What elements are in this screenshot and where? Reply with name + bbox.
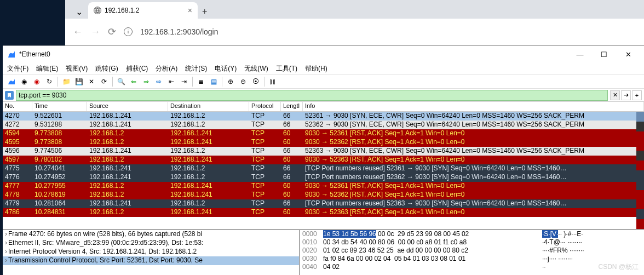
- hex-line[interactable]: 001000 34 db 54 40 00 80 06 00 00 c0 a8 …: [300, 238, 644, 247]
- column-headers[interactable]: No. Time Source Destination Protocol Len…: [3, 102, 644, 112]
- packet-row[interactable]: 478610.284831192.168.1.2192.168.1.241TCP…: [3, 208, 644, 217]
- start-capture-icon[interactable]: ◉: [31, 76, 42, 87]
- packet-row[interactable]: 45949.773808192.168.1.2192.168.1.241TCP6…: [3, 129, 644, 138]
- browser-chrome: ⌄ 192.168.1.2 × + ← → ⟳ i 192.168.1.2:90…: [65, 0, 644, 45]
- menu-item[interactable]: 跳转(G): [95, 64, 118, 73]
- bookmark-filter-icon[interactable]: [5, 91, 14, 100]
- tab-close-icon[interactable]: ×: [188, 6, 192, 15]
- close-file-icon[interactable]: ✕: [86, 76, 97, 87]
- packet-row[interactable]: 45959.773808192.168.1.2192.168.1.241TCP6…: [3, 138, 644, 147]
- colorize-icon[interactable]: ▤: [208, 76, 219, 87]
- col-time[interactable]: Time: [32, 102, 87, 111]
- packet-row[interactable]: 477910.281064192.168.1.241192.168.1.2TCP…: [3, 199, 644, 208]
- resize-columns-icon[interactable]: ⫿⫿: [267, 76, 278, 87]
- menu-item[interactable]: 捕获(C): [126, 64, 148, 73]
- add-filter-button[interactable]: +: [632, 90, 642, 100]
- last-icon[interactable]: ⇥: [179, 76, 189, 87]
- menu-item[interactable]: 编辑(E): [36, 64, 58, 73]
- tree-line[interactable]: ›Transmission Control Protocol, Src Port…: [3, 256, 299, 265]
- menu-item[interactable]: 无线(W): [244, 64, 268, 73]
- zoom-reset-icon[interactable]: ⦿: [250, 76, 261, 87]
- packet-row[interactable]: 42709.522601192.168.1.241192.168.1.2TCP6…: [3, 112, 644, 121]
- title-bar: *Ethernet0 — ☐ ✕: [3, 46, 644, 62]
- forward-icon[interactable]: →: [90, 26, 100, 38]
- back-icon[interactable]: ←: [73, 26, 83, 38]
- packet-row[interactable]: 42729.531288192.168.1.241192.168.1.2TCP6…: [3, 121, 644, 129]
- reload-file-icon[interactable]: ⟳: [99, 76, 110, 87]
- detail-panes: ›Frame 4270: 66 bytes on wire (528 bits)…: [3, 229, 644, 275]
- prev-icon[interactable]: ⇐: [128, 76, 139, 87]
- hex-line[interactable]: 0030fa f0 84 6a 00 00 02 04 05 b4 01 03 …: [300, 255, 644, 263]
- menu-bar: 文件(F)编辑(E)视图(V)跳转(G)捕获(C)分析(A)统计(S)电话(Y)…: [3, 62, 644, 75]
- globe-icon: [94, 7, 101, 14]
- browser-tab[interactable]: 192.168.1.2 ×: [88, 2, 198, 19]
- menu-item[interactable]: 视图(V): [66, 64, 88, 73]
- menu-item[interactable]: 分析(A): [156, 64, 177, 73]
- packet-row[interactable]: 477510.274041192.168.1.241192.168.1.2TCP…: [3, 164, 644, 173]
- autoscroll-icon[interactable]: ≣: [196, 76, 206, 87]
- tab-strip: ⌄ 192.168.1.2 × +: [65, 0, 644, 19]
- col-source[interactable]: Source: [87, 102, 168, 111]
- packet-row[interactable]: 45969.774506192.168.1.241192.168.1.2TCP6…: [3, 147, 644, 156]
- tree-line[interactable]: ›Internet Protocol Version 4, Src: 192.1…: [3, 248, 299, 256]
- display-filter-input[interactable]: [16, 90, 608, 101]
- jump-icon[interactable]: ⇨: [153, 76, 164, 87]
- hex-line[interactable]: 00001e 53 1d 5b 56 96 00 0c 29 d5 23 99 …: [300, 230, 644, 238]
- packet-list[interactable]: No. Time Source Destination Protocol Len…: [3, 102, 644, 229]
- new-tab-button[interactable]: +: [198, 7, 211, 16]
- hex-line[interactable]: 004004 02··: [300, 263, 644, 271]
- col-no[interactable]: No.: [3, 102, 32, 111]
- first-icon[interactable]: ⇤: [166, 76, 177, 87]
- maximize-button[interactable]: ☐: [593, 47, 616, 62]
- tree-line[interactable]: ›Frame 4270: 66 bytes on wire (528 bits)…: [3, 230, 299, 239]
- restart-capture-icon[interactable]: ↻: [44, 76, 55, 87]
- url-text[interactable]: 192.168.1.2:9030/login: [140, 27, 218, 36]
- tool-bar: ◉ ◉ ↻ 📁 💾 ✕ ⟳ 🔍 ⇐ ⇒ ⇨ ⇤ ⇥ ≣ ▤ ⊕ ⊖ ⦿ ⫿⫿: [3, 75, 644, 89]
- packet-row[interactable]: 477710.277955192.168.1.2192.168.1.241TCP…: [3, 182, 644, 191]
- open-file-icon[interactable]: 📁: [61, 76, 72, 87]
- reload-icon[interactable]: ⟳: [108, 26, 116, 38]
- col-protocol[interactable]: Protocol: [249, 102, 281, 111]
- zoom-in-icon[interactable]: ⊕: [225, 76, 236, 87]
- packet-bytes-hex[interactable]: 00001e 53 1d 5b 56 96 00 0c 29 d5 23 99 …: [300, 230, 644, 275]
- tab-title: 192.168.1.2: [105, 7, 139, 14]
- menu-item[interactable]: 统计(S): [185, 64, 207, 73]
- save-file-icon[interactable]: 💾: [73, 76, 84, 87]
- capture-options-icon[interactable]: ◉: [19, 76, 30, 87]
- menu-item[interactable]: 帮助(H): [305, 64, 327, 73]
- packet-row[interactable]: 45979.780102192.168.1.2192.168.1.241TCP6…: [3, 156, 644, 164]
- wireshark-icon: [7, 50, 16, 59]
- menu-item[interactable]: 文件(F): [7, 64, 28, 73]
- close-button[interactable]: ✕: [617, 47, 640, 62]
- shark-fin-icon[interactable]: [6, 76, 17, 87]
- zoom-out-icon[interactable]: ⊖: [238, 76, 249, 87]
- site-info-icon[interactable]: i: [124, 27, 133, 36]
- tree-line[interactable]: ›Ethernet II, Src: VMware_d5:23:99 (00:0…: [3, 239, 299, 248]
- watermark: CSDN @杨江: [598, 262, 639, 272]
- packet-minimap[interactable]: [636, 112, 644, 229]
- apply-filter-button[interactable]: ➔: [621, 90, 631, 100]
- packet-row[interactable]: 477610.274952192.168.1.241192.168.1.2TCP…: [3, 173, 644, 182]
- minimize-button[interactable]: —: [568, 47, 591, 62]
- window-title: *Ethernet0: [19, 50, 50, 58]
- col-destination[interactable]: Destination: [168, 102, 249, 111]
- hex-line[interactable]: 002001 02 cc 89 23 46 52 25 ae dd 00 00 …: [300, 247, 644, 255]
- clear-filter-button[interactable]: ✕: [610, 90, 620, 100]
- packet-row[interactable]: 477810.278619192.168.1.2192.168.1.241TCP…: [3, 191, 644, 199]
- packet-details-tree[interactable]: ›Frame 4270: 66 bytes on wire (528 bits)…: [3, 230, 300, 275]
- address-bar: ← → ⟳ i 192.168.1.2:9030/login: [65, 19, 644, 45]
- menu-item[interactable]: 工具(T): [276, 64, 297, 73]
- find-icon[interactable]: 🔍: [116, 76, 127, 87]
- next-icon[interactable]: ⇒: [141, 76, 152, 87]
- tab-dropdown-icon[interactable]: ⌄: [73, 5, 85, 18]
- menu-item[interactable]: 电话(Y): [215, 64, 237, 73]
- filter-bar: ✕ ➔ +: [3, 89, 644, 102]
- wireshark-window: *Ethernet0 — ☐ ✕ 文件(F)编辑(E)视图(V)跳转(G)捕获(…: [3, 45, 644, 275]
- col-info[interactable]: Info: [303, 102, 644, 111]
- col-length[interactable]: Lengtl: [281, 102, 303, 111]
